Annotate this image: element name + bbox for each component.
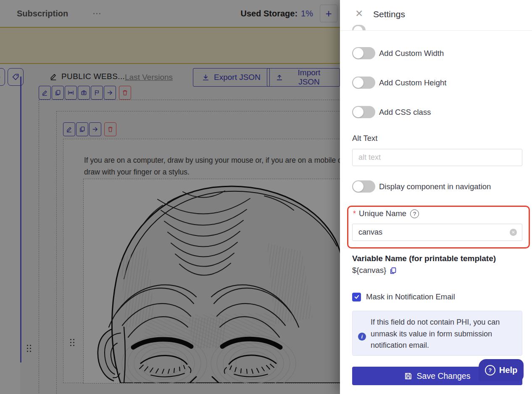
custom-height-toggle[interactable] — [352, 77, 375, 89]
custom-height-row: Add Custom Height — [352, 77, 446, 89]
custom-width-toggle[interactable] — [352, 47, 375, 59]
custom-width-row: Add Custom Width — [352, 47, 444, 59]
nav-display-row: Display component in navigation — [352, 180, 491, 193]
clear-input-icon[interactable]: ✕ — [510, 229, 517, 236]
modal-dim-overlay — [0, 0, 340, 394]
form-builder-area: Subscription ⋯ Used Storage: 1% + PUBLIC… — [0, 0, 340, 394]
phi-info-box: i If this field do not contain PHI, you … — [352, 311, 522, 356]
checkbox-check-icon — [354, 294, 360, 300]
css-class-label: Add CSS class — [379, 108, 431, 117]
nav-display-label: Display component in navigation — [379, 182, 491, 191]
css-class-toggle[interactable] — [352, 106, 375, 118]
help-icon: ? — [485, 365, 495, 375]
alt-text-label: Alt Text — [352, 134, 377, 143]
nav-display-toggle[interactable] — [352, 180, 375, 193]
info-icon: i — [358, 333, 366, 341]
mask-email-label: Mask in Notification Email — [366, 292, 455, 301]
custom-height-label: Add Custom Height — [379, 78, 446, 87]
settings-header: ✕ Settings — [340, 0, 532, 31]
question-circle-icon[interactable]: ? — [410, 209, 419, 218]
help-label: Help — [499, 365, 517, 375]
save-icon — [404, 372, 412, 380]
custom-width-label: Add Custom Width — [379, 49, 444, 58]
required-asterisk: * — [353, 209, 356, 218]
mask-email-checkbox[interactable] — [352, 293, 361, 301]
scrolled-toggle-peek — [352, 25, 366, 30]
variable-name-row: ${canvas} — [352, 266, 397, 275]
settings-panel: ✕ Settings Add Custom Width Add Custom H… — [340, 0, 532, 394]
variable-name-label: Variable Name (for printable template) — [352, 254, 496, 263]
unique-name-label-row: * Unique Name ? — [353, 209, 419, 218]
phi-info-text: If this field do not contain PHI, you ca… — [371, 317, 514, 355]
settings-title: Settings — [373, 9, 405, 19]
mask-email-row: Mask in Notification Email — [352, 292, 455, 301]
alt-text-input[interactable] — [352, 149, 522, 166]
unique-name-label: Unique Name — [359, 209, 406, 218]
variable-name-value: ${canvas} — [352, 266, 386, 275]
unique-name-input[interactable] — [352, 224, 522, 241]
copy-variable-button[interactable] — [390, 267, 397, 274]
copy-icon — [390, 267, 397, 274]
css-class-row: Add CSS class — [352, 106, 431, 118]
help-button[interactable]: ? Help — [479, 359, 524, 381]
save-changes-label: Save Changes — [417, 371, 471, 381]
close-icon[interactable]: ✕ — [355, 9, 363, 19]
